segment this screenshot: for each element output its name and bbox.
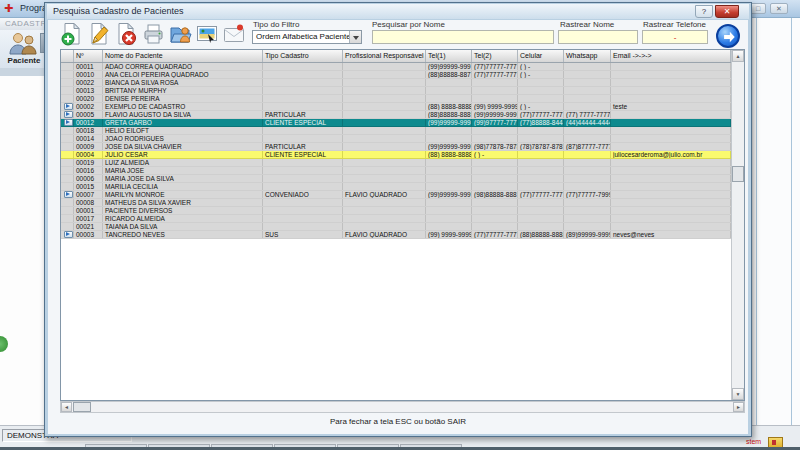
table-row[interactable]: 00006MARIA JOSE DA SILVA <box>61 175 731 183</box>
table-row[interactable]: 00012GRETA GARBOCLIENTE ESPECIAL(99)9999… <box>61 119 731 127</box>
photo-link-icon <box>64 111 73 118</box>
dialog-titlebar[interactable]: Pesquisa Cadastro de Pacientes <box>47 4 749 19</box>
cell: ADAO CORREA QUADRADO <box>103 63 263 70</box>
bg-restore-button[interactable] <box>750 3 766 14</box>
table-row[interactable]: 00010ANA CELOI PEREIRA QUADRADO(88)88888… <box>61 71 731 79</box>
search-name-input[interactable] <box>372 30 554 44</box>
table-row[interactable]: 00019LUIZ ALMEIDA <box>61 159 731 167</box>
patient-data-button[interactable] <box>168 22 192 46</box>
table-row[interactable]: 00002EXEMPLO DE CADASTRO(88) 8888-8888(9… <box>61 103 731 111</box>
cell <box>263 175 343 182</box>
search-go-button[interactable] <box>716 24 740 48</box>
grid-header-col[interactable]: Tipo Cadastro <box>263 50 343 62</box>
grid-header-col[interactable]: Nº <box>74 50 103 62</box>
horizontal-scroll-thumb[interactable] <box>73 402 91 412</box>
table-row[interactable]: 00021TAIANA DA SILVA <box>61 223 731 231</box>
track-phone-input[interactable] <box>642 30 708 44</box>
cell <box>611 87 731 94</box>
row-indicator <box>61 95 74 102</box>
cell <box>472 199 518 206</box>
table-row[interactable]: 00007MARILYN MONROECONVENIADOFLAVIO QUAD… <box>61 191 731 199</box>
row-indicator <box>61 79 74 86</box>
table-row[interactable]: 00013BRITTANY MURPHY <box>61 87 731 95</box>
close-button[interactable] <box>715 5 739 18</box>
bg-subheader-band <box>0 68 46 76</box>
vertical-scrollbar[interactable] <box>731 50 744 400</box>
table-row[interactable]: 00016MARIA JOSE <box>61 167 731 175</box>
cell <box>263 199 343 206</box>
cell: 00010 <box>74 71 103 78</box>
grid-header-indicator[interactable] <box>61 50 74 62</box>
cell <box>263 215 343 222</box>
print-button[interactable] <box>141 22 165 46</box>
table-row[interactable]: 00018HELIO EILOFT <box>61 127 731 135</box>
cell: MARIA JOSE DA SILVA <box>103 175 263 182</box>
search-name-label: Pesquisar por Nome <box>372 20 445 29</box>
cell <box>472 167 518 174</box>
scroll-right-icon[interactable] <box>733 402 744 412</box>
cell <box>611 159 731 166</box>
cell: (99) 9999-9999 <box>426 231 472 238</box>
cell <box>611 95 731 102</box>
grid-header-col[interactable]: Tel(2) <box>472 50 518 62</box>
bg-panel-border-right <box>791 18 792 437</box>
table-row[interactable]: 00014JOAO RODRIGUES <box>61 135 731 143</box>
table-row[interactable]: 00020DENISE PEREIRA <box>61 95 731 103</box>
help-button[interactable] <box>695 5 713 18</box>
scroll-left-icon[interactable] <box>61 402 72 412</box>
grid-header-col[interactable]: Tel(1) <box>426 50 472 62</box>
patients-icon <box>7 32 41 55</box>
cell <box>564 183 611 190</box>
cell: MARILIA CECILIA <box>103 183 263 190</box>
table-row[interactable]: 00003TANCREDO NEVESSUSFLAVIO QUADRADO(99… <box>61 231 731 239</box>
cell <box>263 127 343 134</box>
vertical-scroll-thumb[interactable] <box>732 166 744 182</box>
nav-group-paciente[interactable]: Paciente <box>4 32 44 66</box>
chevron-down-icon <box>349 31 361 43</box>
delete-record-button[interactable] <box>114 22 138 46</box>
filter-dropdown[interactable]: Ordem Alfabetica Paciente <box>252 30 362 44</box>
row-indicator <box>61 103 74 110</box>
table-row[interactable]: 00004JULIO CESARCLIENTE ESPECIAL(88) 888… <box>61 151 731 159</box>
new-record-button[interactable] <box>60 22 84 46</box>
cell <box>564 95 611 102</box>
track-name-input[interactable] <box>558 30 638 44</box>
horizontal-scrollbar[interactable] <box>60 401 745 413</box>
email-button[interactable] <box>222 22 246 46</box>
edit-record-button[interactable] <box>87 22 111 46</box>
table-row[interactable]: 00017RICARDO ALMEIDA <box>61 215 731 223</box>
cell <box>564 223 611 230</box>
cell: 00003 <box>74 231 103 238</box>
cell: (88)88888-8889 <box>426 111 472 118</box>
cell: CLIENTE ESPECIAL <box>263 151 343 158</box>
photo-button[interactable] <box>195 22 219 46</box>
table-row[interactable]: 00001PACIENTE DIVERSOS <box>61 207 731 215</box>
patient-folder-icon <box>168 22 192 46</box>
cell <box>343 79 426 86</box>
grid-header-col[interactable]: Nome do Paciente <box>103 50 263 62</box>
table-row[interactable]: 00015MARILIA CECILIA <box>61 183 731 191</box>
table-row[interactable]: 00009JOSE DA SILVA CHAVIERPARTICULAR(99)… <box>61 143 731 151</box>
cell: (99) 9999-9999 <box>472 103 518 110</box>
row-indicator <box>61 223 74 230</box>
scroll-up-icon[interactable] <box>732 50 744 62</box>
cell <box>564 151 611 158</box>
cell: 00019 <box>74 159 103 166</box>
grid-header-col[interactable]: Email ->->-> <box>611 50 731 62</box>
cell <box>263 135 343 142</box>
grid-header-col[interactable]: Celular <box>518 50 564 62</box>
table-row[interactable]: 00005FLAVIO AUGUSTO DA SILVAPARTICULAR(8… <box>61 111 731 119</box>
filter-label: Tipo do Filtro <box>253 20 299 29</box>
table-row[interactable]: 00011ADAO CORREA QUADRADO(99)99999-9997(… <box>61 63 731 71</box>
bg-close-button[interactable] <box>770 3 788 14</box>
cell <box>472 223 518 230</box>
cell: LUIZ ALMEIDA <box>103 159 263 166</box>
cell: GRETA GARBO <box>103 119 263 126</box>
scroll-down-icon[interactable] <box>732 388 744 400</box>
table-row[interactable]: 00008MATHEUS DA SILVA XAVIER <box>61 199 731 207</box>
print-icon <box>141 22 165 46</box>
grid-header-col[interactable]: Profissional Responsável <box>343 50 426 62</box>
table-row[interactable]: 00022BIANCA DA SILVA ROSA <box>61 79 731 87</box>
row-indicator <box>61 231 74 238</box>
grid-header-col[interactable]: Whatsapp <box>564 50 611 62</box>
